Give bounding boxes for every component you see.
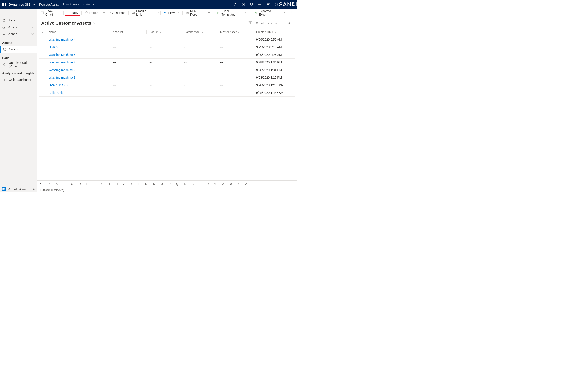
alpha-filter-letter[interactable]: R: [184, 182, 186, 186]
alpha-filter-letter[interactable]: F: [94, 182, 96, 186]
alpha-filter-letter[interactable]: W: [222, 182, 224, 186]
alpha-filter-letter[interactable]: I: [117, 182, 118, 186]
asset-link[interactable]: Washing machine 3: [49, 61, 75, 64]
alpha-filter-letter[interactable]: O: [161, 182, 163, 186]
alpha-filter-letter[interactable]: X: [230, 182, 232, 186]
alpha-filter-letter[interactable]: C: [71, 182, 73, 186]
breadcrumb-area[interactable]: Remote Assist: [63, 3, 81, 6]
row-select-cell[interactable]: [39, 66, 46, 74]
row-select-cell[interactable]: [39, 82, 46, 89]
alpha-filter-letter[interactable]: E: [86, 182, 88, 186]
updown-icon[interactable]: ▲▼: [33, 188, 35, 190]
app-launcher-icon[interactable]: [2, 3, 6, 6]
search-this-view[interactable]: [254, 20, 292, 26]
row-select-cell[interactable]: [39, 51, 46, 59]
table-row[interactable]: Hvac 2 --- --- --- --- 9/29/2020 9:45 AM: [39, 43, 294, 51]
table-row[interactable]: HVAC Unit - 001 --- --- --- --- 9/28/202…: [39, 82, 294, 89]
alpha-filter-letter[interactable]: N: [153, 182, 155, 186]
alpha-filter-letter[interactable]: K: [130, 182, 132, 186]
sidebar-item-calls-dashboard[interactable]: Calls Dashboard: [0, 76, 37, 83]
row-select-cell[interactable]: [39, 43, 46, 51]
cell-account: ---: [111, 82, 147, 89]
alpha-filter-letter[interactable]: T: [199, 182, 201, 186]
lightbulb-icon[interactable]: [250, 3, 253, 6]
select-all-header[interactable]: [39, 28, 46, 36]
sidebar-item-recent[interactable]: Recent: [0, 24, 37, 31]
sidebar-footer[interactable]: RA Remote Assist ▲▼: [0, 186, 37, 192]
export-split-chevron[interactable]: [283, 11, 285, 15]
chevron-down-icon[interactable]: [31, 25, 35, 29]
col-header-product[interactable]: Product: [147, 28, 182, 36]
row-select-cell[interactable]: [39, 74, 46, 82]
table-row[interactable]: Boiler Unit --- --- --- --- 9/28/2020 11…: [39, 89, 294, 97]
alpha-filter-letter[interactable]: G: [101, 182, 104, 186]
alpha-filter-letter[interactable]: A: [56, 182, 58, 186]
col-header-name[interactable]: Name: [46, 28, 111, 36]
asset-link[interactable]: Washing machine 1: [49, 76, 75, 79]
search-icon[interactable]: [233, 3, 237, 6]
alpha-filter-letter[interactable]: U: [207, 182, 209, 186]
flow-button[interactable]: Flow: [162, 10, 181, 16]
table-row[interactable]: Washing machine 1 --- --- --- --- 9/28/2…: [39, 74, 294, 82]
alpha-filter-letter[interactable]: J: [123, 182, 125, 186]
new-button[interactable]: New: [65, 10, 80, 16]
asset-link[interactable]: Boiler Unit: [49, 91, 63, 94]
sidebar-toggle[interactable]: [0, 9, 37, 17]
run-report-button[interactable]: Run Report: [184, 8, 212, 17]
alpha-filter-letter[interactable]: All: [40, 182, 43, 186]
table-row[interactable]: Washing machine 4 --- --- --- --- 9/29/2…: [39, 36, 294, 43]
asset-link[interactable]: HVAC Unit - 001: [49, 84, 71, 87]
asset-link[interactable]: Washing machine 2: [49, 68, 75, 72]
asset-link[interactable]: Washing Machine 5: [49, 53, 75, 57]
email-split-chevron[interactable]: [156, 11, 159, 15]
table-row[interactable]: Washing machine 3 --- --- --- --- 9/28/2…: [39, 59, 294, 66]
more-commands-button[interactable]: [289, 10, 294, 15]
chevron-down-icon[interactable]: [31, 32, 35, 36]
plus-icon[interactable]: [258, 3, 262, 6]
row-select-cell[interactable]: [39, 36, 46, 43]
refresh-button[interactable]: Refresh: [108, 10, 127, 15]
show-chart-button[interactable]: Show Chart: [39, 8, 62, 17]
col-header-parent[interactable]: Parent Asset: [182, 28, 218, 36]
sidebar-item-home[interactable]: Home: [0, 17, 37, 24]
export-excel-button[interactable]: Export to Excel: [253, 8, 280, 17]
excel-templates-button[interactable]: Excel Templates: [215, 8, 250, 17]
table-row[interactable]: Washing machine 2 --- --- --- --- 9/28/2…: [39, 66, 294, 74]
alpha-filter-letter[interactable]: L: [138, 182, 139, 186]
brand-chevron-icon[interactable]: [33, 3, 35, 6]
sidebar-item-pinned[interactable]: Pinned: [0, 31, 37, 38]
filter-icon[interactable]: [266, 3, 270, 6]
row-select-cell[interactable]: [39, 89, 46, 97]
alpha-filter-letter[interactable]: P: [168, 182, 170, 186]
gear-icon[interactable]: [274, 3, 278, 6]
col-header-created[interactable]: Created On: [254, 28, 294, 36]
delete-split-chevron[interactable]: [103, 11, 105, 15]
alpha-filter-letter[interactable]: D: [79, 182, 81, 186]
alpha-filter-letter[interactable]: S: [192, 182, 194, 186]
row-select-cell[interactable]: [39, 59, 46, 66]
alpha-filter-letter[interactable]: Z: [245, 182, 247, 186]
alpha-filter-letter[interactable]: M: [145, 182, 147, 186]
filter-button[interactable]: [249, 21, 252, 25]
sidebar-item-onetime-call[interactable]: One-time Call (Previ...: [0, 61, 37, 68]
breadcrumb-entity[interactable]: Assets: [86, 3, 95, 6]
sidebar-item-assets[interactable]: Assets: [0, 46, 37, 53]
alpha-filter-letter[interactable]: Y: [238, 182, 240, 186]
task-icon[interactable]: [242, 3, 245, 6]
alpha-filter-letter[interactable]: #: [49, 182, 50, 186]
col-header-account[interactable]: Account: [111, 28, 147, 36]
email-link-button[interactable]: Email a Link: [130, 8, 154, 17]
table-row[interactable]: Washing Machine 5 --- --- --- --- 9/29/2…: [39, 51, 294, 59]
asset-link[interactable]: Washing machine 4: [49, 38, 75, 41]
brand-label[interactable]: Dynamics 365: [9, 3, 30, 6]
delete-button[interactable]: Delete: [83, 10, 100, 15]
alpha-filter-letter[interactable]: H: [109, 182, 111, 186]
search-input[interactable]: [256, 21, 284, 25]
alpha-filter-letter[interactable]: B: [63, 182, 65, 186]
app-name-label[interactable]: Remote Assist: [39, 3, 59, 6]
asset-link[interactable]: Hvac 2: [49, 45, 58, 49]
alpha-filter-letter[interactable]: Q: [176, 182, 178, 186]
alpha-filter-letter[interactable]: V: [214, 182, 216, 186]
col-header-master[interactable]: Master Asset: [218, 28, 254, 36]
view-selector[interactable]: Active Customer Assets: [41, 21, 96, 26]
